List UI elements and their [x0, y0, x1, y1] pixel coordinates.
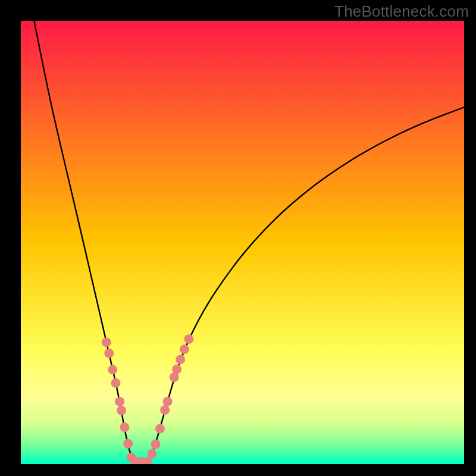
bottleneck-chart: [21, 21, 464, 464]
marker-point: [108, 365, 117, 374]
marker-point: [117, 406, 126, 415]
marker-point: [102, 337, 111, 347]
marker-point: [180, 345, 189, 354]
watermark-text: TheBottleneck.com: [334, 2, 469, 21]
marker-point: [123, 439, 133, 449]
marker-point: [111, 378, 120, 388]
marker-point: [120, 422, 129, 432]
marker-point: [160, 405, 170, 415]
marker-point: [115, 397, 124, 406]
marker-point: [151, 439, 160, 449]
marker-point: [176, 355, 185, 364]
marker-point: [163, 397, 173, 406]
gradient-background: [21, 21, 464, 464]
marker-point: [172, 365, 181, 374]
marker-point: [104, 349, 114, 358]
marker-point: [148, 449, 157, 459]
marker-point: [155, 424, 165, 433]
chart-container: TheBottleneck.com: [0, 0, 476, 476]
marker-point: [184, 334, 193, 344]
